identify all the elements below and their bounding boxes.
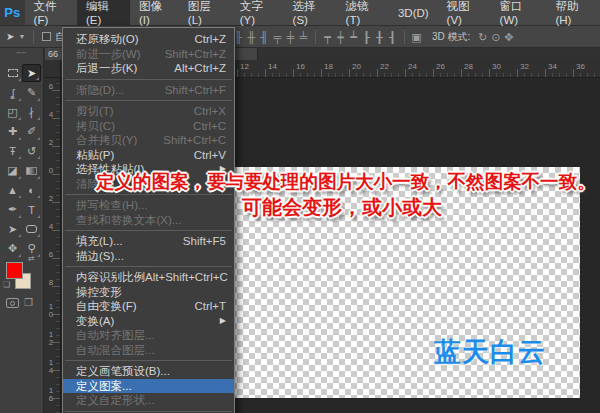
foreground-color-swatch[interactable] (6, 262, 23, 279)
menubar-item-window[interactable]: 窗口(W) (491, 0, 547, 25)
move-tool-options: ➤ ▼ 自 (0, 30, 65, 44)
eraser-tool[interactable]: ◪ (3, 162, 22, 180)
brush-tool-icon: ✐ (27, 125, 36, 138)
eyedropper-tool[interactable]: ∤ (22, 103, 41, 121)
menu-item-label: 定义画笔预设(B)... (76, 364, 170, 379)
type-tool[interactable]: T (22, 201, 41, 219)
distribute-right-edges-icon[interactable]: ┨ (387, 26, 398, 48)
distribute-horizontal-centers-icon[interactable]: ╂ (374, 26, 385, 48)
move-tool-icon: ➤ (27, 67, 36, 80)
healing-brush-tool[interactable]: ✚ (3, 123, 22, 141)
swap-colors-icon[interactable]: ⇄ (28, 254, 35, 263)
menu-item-auto-blend-layers: 自动混合图层... (63, 343, 234, 358)
lasso-tool[interactable]: ʆ (3, 84, 22, 102)
menu-item-label: 渐隐(D)... (76, 83, 125, 98)
menu-item-free-transform[interactable]: 自由变换(F)Ctrl+T (63, 299, 234, 314)
quick-mask-button[interactable] (6, 298, 19, 308)
options-separator (33, 30, 34, 44)
move-tool[interactable]: ➤ (22, 64, 41, 82)
menubar-item-3d[interactable]: 3D(D) (389, 0, 438, 25)
distribute-top-edges-icon[interactable]: ┯ (322, 26, 333, 48)
default-colors-icon[interactable]: ❏ (3, 280, 10, 289)
menu-item-stroke[interactable]: 描边(S)... (63, 249, 234, 264)
menu-item-paste[interactable]: 粘贴(P)Ctrl+V (63, 148, 234, 163)
history-brush-tool[interactable]: ↺ (22, 142, 41, 160)
menu-item-undo-move[interactable]: 还原移动(O)Ctrl+Z (63, 32, 234, 47)
horizontal-ruler-number: 18 (324, 62, 333, 71)
vertical-ruler: 6420246810121416 (44, 78, 61, 413)
menu-item-auto-align-layers: 自动对齐图层... (63, 328, 234, 343)
menu-item-fill[interactable]: 填充(L)...Shift+F5 (63, 234, 234, 249)
clone-stamp-tool[interactable]: Ŧ (3, 142, 22, 160)
menu-item-define-pattern[interactable]: 定义图案... (63, 379, 234, 394)
shape-tool[interactable] (22, 220, 41, 238)
distribute-vertical-centers-icon[interactable]: ┿ (335, 26, 346, 48)
distribute-left-edges-icon[interactable]: ┠ (361, 26, 372, 48)
align-top-edges-icon[interactable]: ╤ (272, 26, 283, 48)
distribute-bottom-edges-icon[interactable]: ┷ (348, 26, 359, 48)
gradient-tool[interactable] (22, 162, 41, 180)
eraser-tool-icon: ◪ (7, 164, 17, 177)
menubar-item-type[interactable]: 文字(Y) (231, 0, 284, 25)
menu-separator (65, 230, 232, 231)
menubar-item-layer[interactable]: 图层(L) (179, 0, 231, 25)
3d-mode-label: 3D 模式: (432, 30, 470, 44)
menu-item-label: 定义自定形状... (76, 393, 155, 408)
menu-item-define-brush-preset[interactable]: 定义画笔预设(B)... (63, 364, 234, 379)
menu-item-label: 拼写检查(H)... (76, 198, 148, 213)
align-bottom-edges-icon[interactable]: ╧ (298, 26, 309, 48)
quick-selection-tool[interactable]: ✎ (22, 84, 41, 102)
align-vertical-centers-icon[interactable]: ╪ (285, 26, 296, 48)
blur-tool[interactable]: ▲ (3, 181, 22, 199)
tools-panel-grip[interactable]: ┅┅ (0, 48, 43, 58)
menu-item-fade: 渐隐(D)...Shift+Ctrl+F (63, 83, 234, 98)
dodge-tool-icon: ◐ (28, 184, 35, 196)
screen-mode-button[interactable]: ❐ (24, 297, 33, 308)
menubar-item-file[interactable]: 文件(F) (25, 0, 77, 25)
menu-item-label: 填充(L)... (76, 234, 123, 249)
menu-item-define-custom-shape: 定义自定形状... (63, 393, 234, 408)
watermark-text: 蓝天白云 (434, 334, 546, 370)
menu-item-label: 还原移动(O) (76, 32, 139, 47)
menu-item-transform[interactable]: 变换(A)▶ (63, 314, 234, 329)
dodge-tool[interactable]: ◐ (22, 181, 41, 199)
menubar-item-view[interactable]: 视图(V) (438, 0, 491, 25)
logo-text: Ps (4, 5, 20, 20)
lasso-tool-icon: ʆ (11, 87, 15, 99)
menu-item-step-backward[interactable]: 后退一步(K)Alt+Ctrl+Z (63, 61, 234, 76)
vertical-ruler-number: 6 (47, 83, 55, 91)
menu-item-shortcut: Shift+Ctrl+C (163, 133, 226, 148)
auto-align-layers-icon[interactable]: ▣ (411, 26, 422, 48)
horizontal-ruler-number: 36 (576, 62, 585, 71)
vertical-ruler-number: 0 (47, 167, 55, 175)
pen-tool[interactable]: ✒ (3, 201, 22, 219)
3d-rotate-icon[interactable]: ↻ (477, 26, 488, 48)
menubar-item-filter[interactable]: 滤镜(T) (337, 0, 389, 25)
menubar-item-select[interactable]: 选择(S) (284, 0, 337, 25)
align-horizontal-centers-icon[interactable]: ╫ (246, 26, 257, 48)
menubar-item-help[interactable]: 帮助(H) (546, 0, 600, 25)
menu-separator (65, 79, 232, 80)
menubar-item-image[interactable]: 图像(I) (130, 0, 179, 25)
3d-drag-icon[interactable]: ✥ (503, 26, 514, 48)
ruler-corner (44, 60, 61, 78)
brush-tool[interactable]: ✐ (22, 123, 41, 141)
path-selection-tool-icon: ➤ (8, 223, 17, 236)
auto-select-checkbox[interactable] (42, 32, 51, 41)
hand-tool-icon: ✥ (8, 242, 17, 255)
tool-preset-caret-icon[interactable]: ▼ (18, 33, 25, 40)
vertical-ruler-number: 2 (47, 139, 55, 147)
document-tab-label: 66 (48, 49, 58, 59)
menu-item-content-aware-scale[interactable]: 内容识别比例Alt+Shift+Ctrl+C (63, 270, 234, 285)
hand-tool[interactable]: ✥ (3, 240, 22, 258)
crop-tool[interactable]: ◰ (3, 103, 22, 121)
3d-roll-icon[interactable]: ⊙ (490, 26, 501, 48)
menubar-items: 文件(F)编辑(E)图像(I)图层(L)文字(Y)选择(S)滤镜(T)3D(D)… (25, 0, 600, 25)
menu-item-puppet-warp[interactable]: 操控变形 (63, 285, 234, 300)
rectangular-marquee-tool[interactable] (3, 64, 22, 82)
align-right-edges-icon[interactable]: ╢ (259, 26, 270, 48)
gradient-tool-icon (26, 167, 37, 175)
menu-separator (65, 100, 232, 101)
path-selection-tool[interactable]: ➤ (3, 220, 22, 238)
menubar-item-edit[interactable]: 编辑(E) (77, 0, 130, 25)
